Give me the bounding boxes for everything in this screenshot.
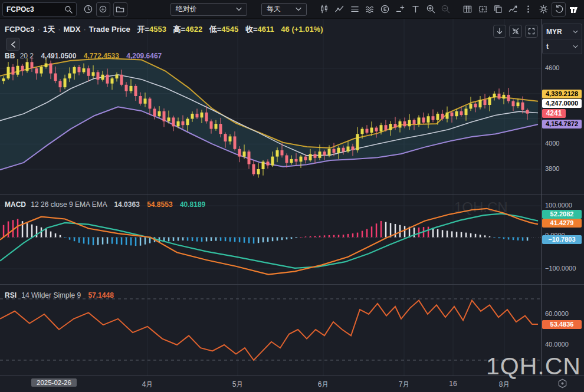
symbol-interval: 1天 — [43, 25, 55, 34]
symbol-desc: Trade Price — [89, 25, 130, 34]
macd-signal-value: 40.8189 — [180, 200, 205, 209]
close-label: 收= — [245, 25, 258, 34]
economic-events-button[interactable] — [378, 2, 392, 17]
snapshot-button[interactable] — [476, 2, 490, 17]
settings-gear-icon — [539, 4, 549, 14]
close-value: 4611 — [257, 25, 274, 34]
folder-icon — [115, 4, 125, 14]
top-toolbar: FCPOc3 绝对价 每天 — [0, 0, 584, 19]
chevron-left-icon — [11, 41, 16, 48]
text-tool-icon — [411, 4, 421, 14]
time-tick-label: 8月 — [499, 380, 510, 390]
clock-icon — [83, 4, 93, 14]
alert-button[interactable] — [393, 2, 408, 17]
symbol-search[interactable]: FCPOc3 — [2, 2, 77, 17]
axis-settings[interactable] — [557, 378, 568, 391]
low-value: 4545 — [221, 25, 238, 34]
price-scale-dropdown[interactable]: 绝对价 — [170, 3, 247, 16]
time-axis[interactable]: 2025-02-26 4月5月6月7月168月 — [0, 376, 584, 392]
chevron-down-icon — [236, 7, 242, 11]
macd-line-value: 54.8553 — [147, 200, 172, 209]
unit-label: t — [546, 42, 549, 51]
macd-legend[interactable]: MACD 12 26 close 9 EMA EMA 14.0363 54.85… — [5, 200, 205, 209]
interval-dropdown-label: 每天 — [267, 4, 281, 14]
main-price-pane[interactable] — [0, 19, 541, 195]
patterns-button[interactable] — [363, 2, 377, 17]
search-icon — [64, 5, 73, 14]
time-tick-label: 7月 — [399, 380, 410, 390]
macd-title: MACD — [5, 200, 26, 209]
open-value: 4553 — [149, 25, 166, 34]
price-axis-badge: 4,247.0000 — [542, 99, 582, 108]
time-tick-label: 6月 — [318, 380, 329, 390]
price-axis[interactable]: MYR t 460040003800100.00000.0000−100.000… — [542, 19, 584, 376]
macd-hist-value: 14.0363 — [114, 200, 139, 209]
price-axis-badge: 41.4279 — [542, 219, 582, 228]
compare-plus-icon — [98, 4, 108, 14]
candle-style-icon — [319, 4, 329, 14]
watchlist-folder-button[interactable] — [113, 2, 127, 17]
zoom-in-icon — [426, 4, 436, 14]
settings-button[interactable] — [537, 2, 551, 17]
zoom-out-button[interactable] — [439, 2, 453, 17]
more-options-icon — [523, 4, 533, 14]
zoom-in-button[interactable] — [424, 2, 438, 17]
scroll-to-recent-button[interactable] — [493, 25, 506, 38]
bb-legend[interactable]: BB 20 2 4,491.0500 4,772.4533 4,209.6467 — [5, 52, 162, 60]
tradingview-logo-button[interactable] — [567, 2, 581, 17]
pane-separator[interactable] — [0, 194, 584, 195]
copy-layout-button[interactable] — [491, 2, 505, 17]
export-chart-icon — [508, 4, 518, 14]
maximize-pane-button[interactable] — [525, 25, 538, 38]
hexagon-settings-icon — [557, 378, 568, 389]
time-tick-label: 16 — [449, 380, 457, 388]
history-clock-button[interactable] — [81, 2, 95, 17]
templates-button[interactable] — [347, 2, 362, 17]
symbol-name[interactable]: FCPOc3 — [5, 25, 35, 34]
snapshot-icon — [478, 4, 488, 14]
indicators-icon — [334, 4, 345, 14]
currency-label: MYR — [546, 28, 562, 36]
symbol-search-value: FCPOc3 — [6, 5, 34, 14]
text-tool-button[interactable] — [408, 2, 422, 17]
interval-dropdown[interactable]: 每天 — [261, 3, 307, 16]
rsi-legend[interactable]: RSI 14 Wilder Simple 9 57.1448 — [5, 291, 114, 299]
macd-params: 12 26 close 9 EMA EMA — [31, 200, 107, 209]
compare-add-button[interactable] — [96, 2, 110, 17]
bb-params: 20 2 — [20, 52, 34, 60]
collapse-pane-button[interactable] — [509, 25, 522, 38]
rsi-value: 57.1448 — [88, 291, 113, 299]
price-tick-label: 4000 — [545, 140, 559, 147]
indicators-button[interactable] — [333, 2, 347, 17]
price-tick-label: −100.0000 — [545, 265, 576, 272]
symbol-info-bar: FCPOc3·1天·MDX·Trade Price 开=4553 高=4622 … — [5, 24, 323, 35]
unit-selector[interactable]: t — [543, 39, 582, 54]
rsi-title: RSI — [5, 291, 17, 299]
pane-separator[interactable] — [0, 284, 584, 285]
pane-controls — [493, 25, 538, 38]
data-table-button[interactable] — [461, 2, 475, 17]
symbol-exchange: MDX — [64, 25, 81, 34]
price-axis-badge: 4,339.2128 — [542, 90, 582, 98]
data-table-icon — [462, 4, 473, 14]
more-options-button[interactable] — [521, 2, 536, 17]
price-tick-label: 40.0000 — [545, 341, 569, 348]
currency-selector[interactable]: MYR — [543, 24, 582, 39]
chevron-down-icon — [296, 7, 301, 11]
bb-title: BB — [5, 52, 15, 60]
undo-button[interactable] — [552, 2, 566, 17]
low-label: 低= — [209, 25, 222, 34]
chevron-down-icon — [573, 45, 578, 48]
price-tick-label: 100.0000 — [545, 202, 572, 209]
bb-upper-value: 4,772.4533 — [84, 52, 119, 60]
back-button[interactable] — [6, 38, 20, 51]
templates-icon — [350, 4, 360, 14]
time-tick-label: 5月 — [232, 380, 244, 390]
chart-style-button[interactable] — [317, 2, 332, 17]
price-tick-label: 4600 — [545, 64, 559, 71]
bb-basis-value: 4,491.0500 — [41, 52, 76, 60]
price-axis-badge: 4241 — [542, 109, 566, 118]
undo-icon — [554, 4, 564, 14]
export-chart-button[interactable] — [506, 2, 520, 17]
arrow-down-icon — [496, 28, 503, 35]
